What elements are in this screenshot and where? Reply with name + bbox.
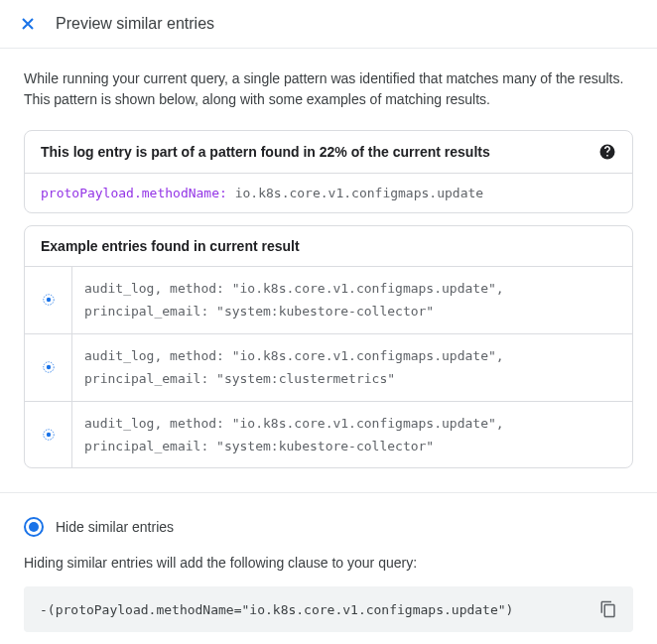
svg-point-2	[46, 298, 50, 302]
example-card: Example entries found in current result …	[24, 225, 633, 468]
dialog-title: Preview similar entries	[56, 15, 214, 33]
example-header: Example entries found in current result	[25, 226, 632, 267]
dialog-content: While running your current query, a sing…	[0, 49, 657, 644]
entry-text: audit_log, method: "io.k8s.core.v1.confi…	[72, 402, 632, 468]
radio-inner	[29, 522, 39, 532]
example-row: audit_log, method: "io.k8s.core.v1.confi…	[25, 402, 632, 468]
help-icon[interactable]	[598, 143, 616, 161]
intro-text: While running your current query, a sing…	[24, 68, 633, 110]
severity-default-icon	[42, 428, 56, 442]
dialog-header: Preview similar entries	[0, 0, 657, 49]
close-icon[interactable]	[16, 12, 40, 36]
radio-hide[interactable]	[24, 517, 44, 537]
entry-text: audit_log, method: "io.k8s.core.v1.confi…	[72, 334, 632, 401]
copy-icon[interactable]	[599, 600, 617, 618]
pattern-value: io.k8s.core.v1.configmaps.update	[235, 186, 483, 200]
severity-default-icon	[42, 360, 56, 374]
severity-cell	[25, 402, 72, 468]
severity-default-icon	[42, 293, 56, 307]
pattern-key: protoPayload.methodName:	[41, 186, 227, 200]
example-row: audit_log, method: "io.k8s.core.v1.confi…	[25, 334, 632, 402]
entry-text: audit_log, method: "io.k8s.core.v1.confi…	[72, 267, 632, 333]
radio-hide-row[interactable]: Hide similar entries	[24, 517, 633, 537]
svg-point-6	[46, 433, 50, 437]
explain-text: Hiding similar entries will add the foll…	[24, 555, 633, 571]
example-row: audit_log, method: "io.k8s.core.v1.confi…	[25, 267, 632, 334]
query-text: -(protoPayload.methodName="io.k8s.core.v…	[40, 602, 513, 617]
radio-hide-label: Hide similar entries	[56, 519, 174, 535]
svg-point-4	[46, 365, 50, 369]
pattern-body: protoPayload.methodName: io.k8s.core.v1.…	[25, 174, 632, 212]
pattern-header: This log entry is part of a pattern foun…	[25, 131, 632, 174]
query-box: -(protoPayload.methodName="io.k8s.core.v…	[24, 586, 633, 632]
severity-cell	[25, 334, 72, 401]
divider	[0, 492, 657, 493]
pattern-title: This log entry is part of a pattern foun…	[41, 144, 490, 160]
pattern-card: This log entry is part of a pattern foun…	[24, 130, 633, 213]
severity-cell	[25, 267, 72, 333]
